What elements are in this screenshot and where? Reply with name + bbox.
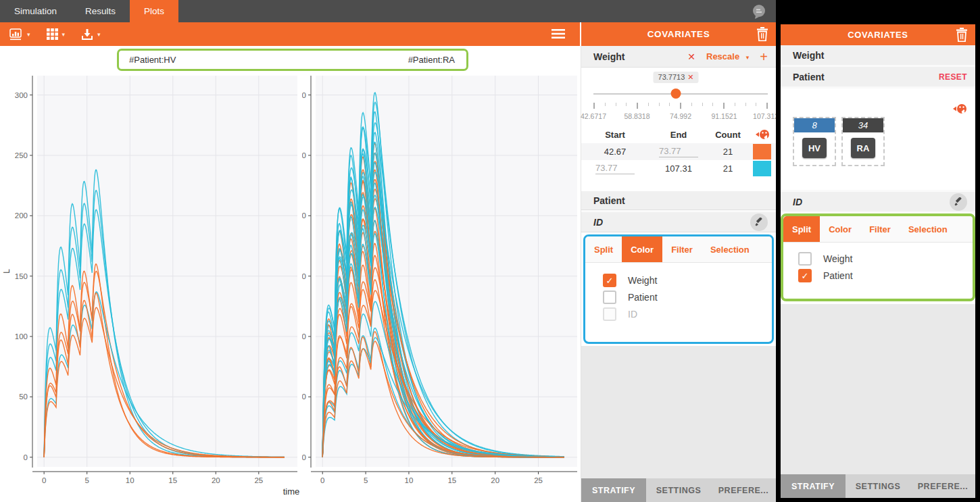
id-section-header[interactable]: ID: [581, 212, 776, 232]
split-label-ra: #Patient:RA: [408, 55, 455, 65]
rescale-dropdown[interactable]: Rescale ▾: [706, 51, 749, 61]
y-tick-label: 250: [15, 151, 28, 159]
tab-filter[interactable]: Filter: [662, 236, 702, 262]
y-tick-label: 150: [302, 272, 306, 280]
weight-slider-thumb[interactable]: [671, 89, 681, 99]
y-tick-label: 50: [302, 393, 306, 401]
slider-value-remove-icon[interactable]: ✕: [687, 73, 693, 81]
tab-selection[interactable]: Selection: [702, 236, 758, 262]
split-checkbox-list: ✓ Weight ✓ Patient: [783, 243, 973, 282]
weight-section-header: Weight ✕ Rescale ▾ +: [581, 46, 776, 68]
settings-tab[interactable]: SETTINGS: [646, 478, 711, 502]
export-menu[interactable]: ▾: [81, 28, 101, 41]
tab-split[interactable]: Split: [783, 216, 820, 242]
id-stratify-box: Split Color Filter Selection ✓ Weight ✓ …: [583, 234, 774, 344]
col-start: Start: [581, 130, 649, 140]
id-picker-button[interactable]: [950, 193, 967, 211]
ra-chart[interactable]: 0501001502002503000510152025: [302, 73, 583, 492]
menu-icon[interactable]: [552, 28, 565, 39]
eyedropper-icon: [754, 218, 764, 227]
patient-checkbox[interactable]: ✓: [603, 291, 616, 304]
end-input[interactable]: 73.77: [659, 146, 698, 157]
chevron-down-icon: ▾: [746, 54, 750, 61]
checkbox-row-weight[interactable]: ✓ Weight: [603, 274, 772, 287]
tab-simulation[interactable]: Simulation: [0, 0, 71, 22]
settings-tab[interactable]: SETTINGS: [846, 474, 910, 498]
slider-tick: [669, 103, 670, 106]
palette-icon[interactable]: [754, 129, 770, 140]
add-split-button[interactable]: +: [760, 50, 768, 64]
palette-icon[interactable]: [951, 103, 967, 114]
trash-icon[interactable]: [756, 27, 769, 41]
y-tick-label: 100: [15, 332, 28, 341]
tab-color[interactable]: Color: [820, 216, 860, 242]
slider-tick: [593, 103, 595, 109]
tab-selection[interactable]: Selection: [900, 216, 956, 242]
checkbox-row-id[interactable]: ✓ ID: [603, 307, 772, 321]
patient-section-header[interactable]: Patient: [581, 191, 776, 210]
checkbox-label: Weight: [628, 275, 657, 286]
slider-tick: [648, 103, 649, 106]
slider-tick: [680, 103, 681, 109]
weight-checkbox[interactable]: ✓: [603, 274, 616, 287]
start-input[interactable]: 73.77: [595, 163, 635, 174]
checkbox-row-patient[interactable]: ✓ Patient: [798, 269, 973, 282]
layout-grid-menu[interactable]: ▾: [47, 28, 66, 40]
patient-section-title: Patient: [593, 195, 768, 206]
overlay-weight-header[interactable]: Weight: [781, 45, 975, 67]
preferences-tab[interactable]: PREFERE...: [910, 474, 975, 498]
category-count-badge: 8: [794, 118, 835, 132]
category-button-ra[interactable]: RA: [851, 138, 875, 158]
overlay-covariates-header: COVARIATES: [781, 24, 975, 45]
category-button-hv[interactable]: HV: [802, 138, 827, 158]
reset-button[interactable]: RESET: [939, 72, 967, 82]
slider-tick: [637, 103, 638, 109]
tab-simulation-label: Simulation: [14, 6, 57, 16]
overlay-id-header[interactable]: ID: [781, 192, 975, 214]
weight-checkbox[interactable]: ✓: [798, 252, 812, 266]
tab-filter[interactable]: Filter: [860, 216, 900, 242]
checkbox-row-weight[interactable]: ✓ Weight: [798, 252, 973, 266]
overlay-patient-header[interactable]: Patient RESET: [781, 67, 975, 89]
stratify-tab[interactable]: STRATIFY: [581, 478, 646, 502]
category-chip-ra[interactable]: 34 RA: [841, 117, 885, 166]
bin-color-swatch[interactable]: [753, 161, 771, 176]
charts-area: 0501001502002503000510152025L 0501001502…: [0, 73, 583, 493]
start-value: 42.67: [581, 147, 649, 157]
tab-split[interactable]: Split: [585, 236, 622, 262]
hv-chart[interactable]: 0501001502002503000510152025L: [0, 73, 302, 492]
tab-color[interactable]: Color: [622, 236, 662, 262]
weight-slider-ticks: [593, 103, 768, 109]
chart-type-menu[interactable]: ▾: [9, 28, 30, 41]
slider-tick: [735, 103, 735, 106]
chat-bubble-icon[interactable]: [751, 3, 767, 20]
covariates-title: COVARIATES: [647, 29, 710, 39]
bin-color-swatch[interactable]: [753, 144, 771, 159]
weight-remove-icon[interactable]: ✕: [687, 51, 695, 62]
category-count-badge: 34: [843, 118, 883, 132]
end-value: 107.31: [649, 164, 708, 174]
slider-tick: [723, 103, 725, 109]
patient-category-chips: 8 HV 34 RA: [793, 117, 885, 166]
preferences-tab[interactable]: PREFERE...: [711, 478, 776, 502]
patient-checkbox[interactable]: ✓: [798, 269, 812, 282]
tab-results[interactable]: Results: [71, 0, 130, 22]
stratify-tab[interactable]: STRATIFY: [781, 474, 846, 498]
trash-icon[interactable]: [955, 28, 969, 42]
weight-slider-value-badge: 73.7713✕: [654, 72, 699, 83]
tab-plots[interactable]: Plots: [130, 0, 178, 22]
count-value: 21: [708, 147, 748, 157]
id-checkbox[interactable]: ✓: [603, 307, 616, 321]
slider-tick: [766, 103, 768, 109]
category-chip-hv[interactable]: 8 HV: [793, 117, 836, 166]
id-stratify-box: Split Color Filter Selection ✓ Weight ✓ …: [781, 214, 975, 301]
checkbox-row-patient[interactable]: ✓ Patient: [603, 291, 772, 304]
x-tick-label: 5: [84, 476, 89, 484]
x-tick-label: 15: [447, 476, 456, 484]
y-tick-label: 200: [15, 211, 28, 220]
chart-type-icon: [9, 28, 23, 41]
covariates-overlay-panel: COVARIATES Weight Patient RESET: [781, 24, 975, 498]
covariates-overlay-frame: COVARIATES Weight Patient RESET: [776, 0, 980, 502]
x-tick-label: 25: [534, 476, 543, 484]
id-picker-button[interactable]: [750, 214, 768, 231]
